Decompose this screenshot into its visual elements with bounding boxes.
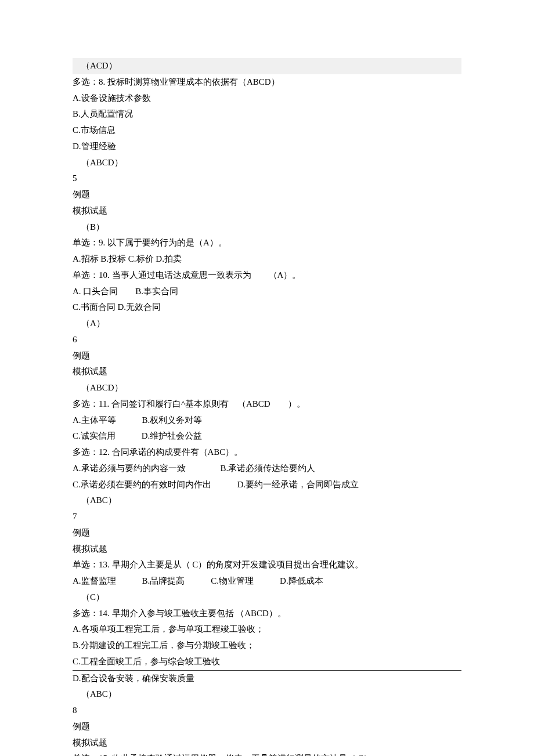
text-line: C.书面合同 D.无效合同 <box>73 299 461 316</box>
text-line: 单选：9. 以下属于要约行为的是（A）。 <box>73 235 461 251</box>
text-line: 6 <box>73 332 461 348</box>
text-line: （ACD） <box>73 58 461 74</box>
text-line: C.工程全面竣工后，参与综合竣工验收 <box>73 654 461 670</box>
text-line: 例题 <box>73 525 461 541</box>
text-line: D.管理经验 <box>73 139 461 155</box>
text-line: 单选：15. 物业承接查验通过运用仪器、仪表、工具等进行测量的方法是（ C） <box>73 751 461 756</box>
text-line: B.分期建设的工程完工后，参与分期竣工验收； <box>73 638 461 654</box>
text-line: 多选：12. 合同承诺的构成要件有（ABC）。 <box>73 444 461 461</box>
text-line: 例题 <box>73 348 461 364</box>
text-line: A.设备设施技术参数 <box>73 91 461 107</box>
text-line: A.招标 B.投标 C.标价 D.拍卖 <box>73 251 461 267</box>
text-line: 多选：8. 投标时测算物业管理成本的依据有（ABCD） <box>73 74 461 91</box>
text-line: C.诚实信用 D.维护社会公益 <box>73 428 461 444</box>
text-line: 8 <box>73 703 461 719</box>
text-line: C.市场信息 <box>73 122 461 139</box>
text-line: 模拟试题 <box>73 364 461 380</box>
text-line: 例题 <box>73 187 461 203</box>
text-line: （ABC） <box>73 686 461 703</box>
text-line: （C） <box>73 589 461 606</box>
text-line: 5 <box>73 171 461 187</box>
text-line: B.人员配置情况 <box>73 106 461 122</box>
text-line: （ABC） <box>73 493 461 509</box>
text-line: A. 口头合同 B.事实合同 <box>73 284 461 300</box>
text-line: 7 <box>73 509 461 525</box>
text-line: 模拟试题 <box>73 735 461 751</box>
text-line: D.配合设备安装，确保安装质量 <box>73 670 461 687</box>
text-line: C.承诺必须在要约的有效时间内作出 D.要约一经承诺，合同即告成立 <box>73 477 461 493</box>
document-content: （ACD）多选：8. 投标时测算物业管理成本的依据有（ABCD）A.设备设施技术… <box>73 58 461 756</box>
text-line: 多选：11. 合同签订和履行白^基本原则有 （ABCD ）。 <box>73 396 461 413</box>
text-line: 模拟试题 <box>73 203 461 219</box>
text-line: （B） <box>73 219 461 236</box>
text-line: （ABCD） <box>73 155 461 171</box>
text-line: 模拟试题 <box>73 541 461 558</box>
text-line: A.各项单项工程完工后，参与单项工程竣工验收； <box>73 621 461 638</box>
text-line: A.承诺必须与要约的内容一致 B.承诺必须传达给要约人 <box>73 461 461 477</box>
text-line: A.主体平等 B.权利义务对等 <box>73 413 461 429</box>
text-line: 单选：13. 早期介入主要是从（ C）的角度对开发建设项目提出合理化建议。 <box>73 557 461 573</box>
text-line: 单选：10. 当事人通过电话达成意思一致表示为 （A）。 <box>73 267 461 284</box>
text-line: 例题 <box>73 719 461 735</box>
text-line: （A） <box>73 316 461 332</box>
text-line: A.监督监理 B.品牌提高 C.物业管理 D.降低成本 <box>73 573 461 589</box>
text-line-overlined: D.配合设备安装，确保安装质量 <box>73 670 461 687</box>
text-line: （ABCD） <box>73 380 461 396</box>
text-line: 多选：14. 早期介入参与竣工验收主要包括 （ABCD）。 <box>73 606 461 622</box>
